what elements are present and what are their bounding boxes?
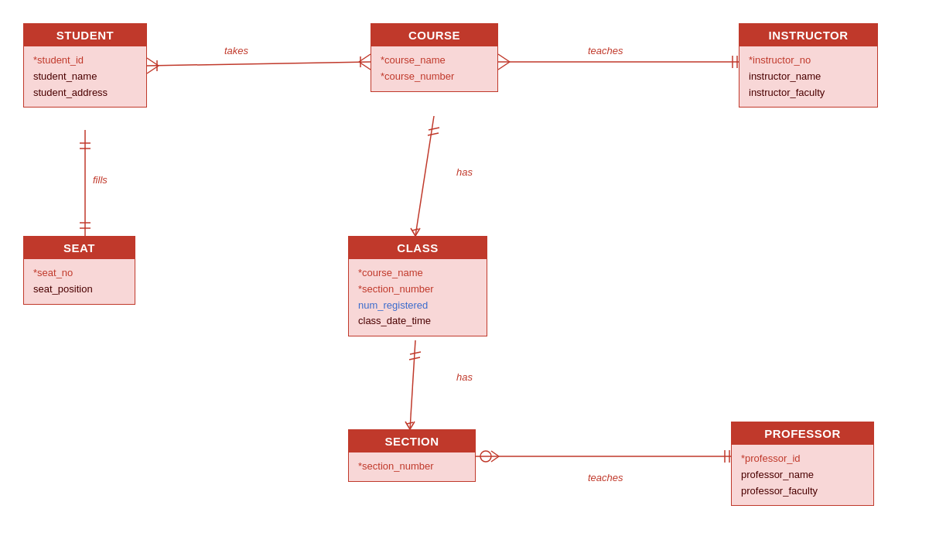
instructor-field-1: *instructor_no <box>749 53 868 69</box>
has-section-label: has <box>456 371 473 383</box>
fills-label: fills <box>93 174 108 186</box>
seat-body: *seat_no seat_position <box>24 259 135 304</box>
professor-entity: PROFESSOR *professor_id professor_name p… <box>731 422 874 506</box>
svg-line-25 <box>409 357 420 360</box>
seat-entity: SEAT *seat_no seat_position <box>23 236 135 305</box>
svg-line-4 <box>359 54 371 62</box>
class-field-1: *course_name <box>358 265 477 282</box>
course-entity: COURSE *course_name *course_number <box>371 23 498 92</box>
instructor-field-2: instructor_name <box>749 69 868 85</box>
svg-line-31 <box>491 451 499 456</box>
instructor-field-3: instructor_faculty <box>749 85 868 101</box>
class-field-4: class_date_time <box>358 313 477 330</box>
instructor-entity: INSTRUCTOR *instructor_no instructor_nam… <box>739 23 878 108</box>
svg-line-21 <box>411 228 415 236</box>
svg-line-1 <box>147 58 159 66</box>
class-body: *course_name *section_number num_registe… <box>349 259 487 336</box>
course-field-1: *course_name <box>381 53 488 69</box>
professor-field-3: professor_faculty <box>741 483 864 500</box>
svg-point-30 <box>480 451 491 462</box>
svg-line-2 <box>147 66 159 73</box>
svg-line-27 <box>405 422 410 429</box>
professor-field-2: professor_name <box>741 467 864 483</box>
student-body: *student_id student_name student_address <box>24 46 146 107</box>
has-class-label: has <box>456 166 473 178</box>
class-entity: CLASS *course_name *section_number num_r… <box>348 236 487 336</box>
svg-line-8 <box>498 54 510 62</box>
student-header: STUDENT <box>24 24 146 46</box>
instructor-header: INSTRUCTOR <box>739 24 877 46</box>
svg-line-17 <box>415 116 434 236</box>
student-entity: STUDENT *student_id student_name student… <box>23 23 147 108</box>
student-field-3: student_address <box>33 85 137 101</box>
professor-body: *professor_id professor_name professor_f… <box>732 445 873 505</box>
course-field-2: *course_number <box>381 69 488 85</box>
student-field-1: *student_id <box>33 53 137 69</box>
svg-line-5 <box>359 62 371 70</box>
seat-field-2: seat_position <box>33 282 125 298</box>
svg-line-24 <box>410 352 421 354</box>
seat-header: SEAT <box>24 237 135 259</box>
student-field-2: student_name <box>33 69 137 85</box>
professor-header: PROFESSOR <box>732 422 873 445</box>
section-field-1: *section_number <box>358 459 466 475</box>
teaches-professor-label: teaches <box>588 472 623 483</box>
erd-diagram: STUDENT *student_id student_name student… <box>0 0 929 560</box>
section-header: SECTION <box>349 430 475 452</box>
svg-line-0 <box>147 62 371 66</box>
svg-line-18 <box>429 128 439 130</box>
svg-line-9 <box>498 62 510 70</box>
instructor-body: *instructor_no instructor_name instructo… <box>739 46 877 107</box>
teaches-instructor-label: teaches <box>588 45 623 56</box>
class-field-2: *section_number <box>358 282 477 298</box>
class-field-3: num_registered <box>358 298 477 314</box>
professor-field-1: *professor_id <box>741 451 864 467</box>
course-header: COURSE <box>371 24 497 46</box>
class-header: CLASS <box>349 237 487 259</box>
takes-label: takes <box>224 45 248 56</box>
svg-line-23 <box>410 340 415 429</box>
section-entity: SECTION *section_number <box>348 429 476 482</box>
section-body: *section_number <box>349 452 475 481</box>
svg-line-22 <box>412 229 418 230</box>
svg-line-20 <box>415 228 420 236</box>
svg-line-28 <box>407 422 413 424</box>
seat-field-1: *seat_no <box>33 265 125 282</box>
svg-line-19 <box>428 133 439 135</box>
course-body: *course_name *course_number <box>371 46 497 91</box>
svg-line-26 <box>410 422 415 429</box>
svg-line-32 <box>491 456 499 462</box>
